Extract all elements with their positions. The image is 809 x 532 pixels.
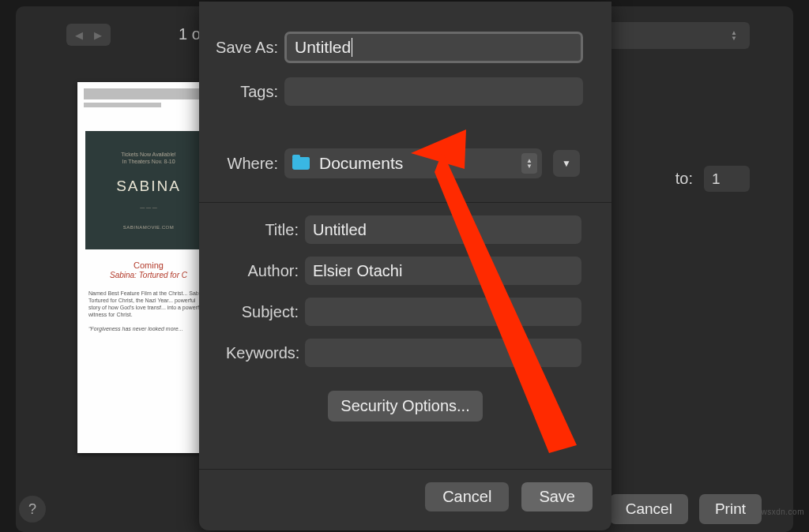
divider — [199, 202, 611, 203]
chevron-down-icon: ▼ — [562, 158, 571, 169]
save-sheet: Save As: Untitled Tags: Where: Documents… — [199, 2, 611, 530]
title-input[interactable]: Untitled — [305, 215, 581, 244]
poster-line2: In Theaters Nov. 8-10 — [122, 158, 175, 165]
chevron-up-down-icon: ▲▼ — [731, 28, 742, 43]
poster-image: Tickets Now Available! In Theaters Nov. … — [85, 131, 212, 249]
folder-icon — [292, 157, 310, 170]
tags-label: Tags: — [205, 83, 284, 101]
thumb-paragraph: Named Best Feature Film at the Christ...… — [77, 280, 220, 318]
text-caret — [352, 38, 352, 57]
keywords-input[interactable] — [305, 339, 581, 367]
author-value: Elsier Otachi — [313, 262, 402, 280]
thumb-subtitle: Sabina: Tortured for C — [88, 271, 209, 280]
chevron-up-down-icon: ▲▼ — [521, 153, 537, 174]
print-dialog-buttons: Cancel Print — [610, 494, 762, 524]
poster-title: SABINA — [116, 178, 181, 195]
expand-button[interactable]: ▼ — [553, 150, 580, 177]
to-label: to: — [675, 170, 693, 188]
next-page-icon[interactable]: ▶ — [88, 26, 107, 43]
thumb-quote: "Forgiveness has never looked more... — [77, 318, 220, 332]
where-label: Where: — [205, 155, 284, 173]
author-label: Author: — [226, 262, 305, 280]
security-options-button[interactable]: Security Options... — [328, 391, 482, 421]
thumb-coming: Coming — [88, 260, 209, 271]
title-label: Title: — [226, 221, 305, 239]
help-button[interactable]: ? — [19, 496, 46, 523]
cancel-button[interactable]: Cancel — [425, 482, 509, 511]
help-icon: ? — [28, 501, 36, 518]
tags-input[interactable] — [284, 77, 583, 106]
prev-page-icon[interactable]: ◀ — [70, 26, 88, 43]
page-nav-pill[interactable]: ◀ ▶ — [66, 24, 111, 46]
title-value: Untitled — [313, 221, 367, 239]
print-button[interactable]: Print — [699, 494, 762, 524]
keywords-label: Keywords: — [226, 344, 305, 362]
poster-url: SABINAMOVIE.COM — [123, 225, 175, 230]
subject-label: Subject: — [226, 303, 305, 321]
page-range-to: to: 1 — [675, 166, 750, 192]
save-button[interactable]: Save — [521, 482, 593, 511]
where-select[interactable]: Documents ▲▼ — [284, 148, 542, 178]
save-as-value: Untitled — [295, 38, 351, 57]
print-cancel-button[interactable]: Cancel — [610, 494, 688, 524]
watermark: wsxdn.com — [761, 508, 804, 516]
save-as-label: Save As: — [205, 39, 284, 57]
page-nav: ◀ ▶ — [66, 24, 111, 46]
author-input[interactable]: Elsier Otachi — [305, 257, 581, 285]
save-as-input[interactable]: Untitled — [284, 32, 583, 63]
subject-input[interactable] — [305, 298, 581, 326]
poster-line1: Tickets Now Available! — [121, 151, 176, 158]
document-preview: Tickets Now Available! In Theaters Nov. … — [77, 82, 220, 453]
to-input[interactable]: 1 — [704, 166, 750, 192]
background-select[interactable]: ▲▼ — [604, 22, 750, 49]
where-value: Documents — [319, 154, 403, 173]
